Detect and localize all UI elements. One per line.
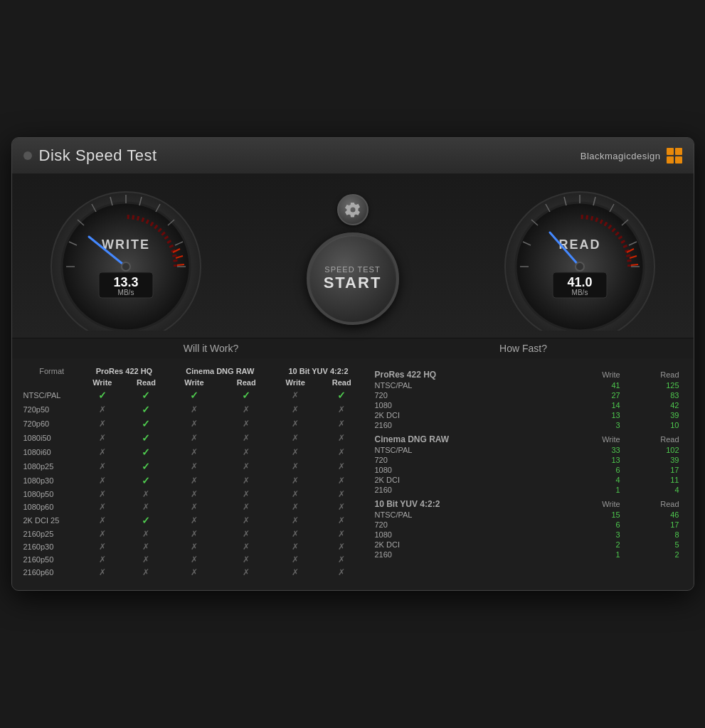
write-gauge: WRITE 13.3 MB/s [41, 188, 211, 331]
logo-sq-1 [667, 148, 674, 155]
val-cell: ✗ [272, 528, 319, 540]
data-section: Format ProRes 422 HQ Cinema DNG RAW 10 B… [12, 358, 694, 590]
rt-read-cell: 102 [623, 445, 682, 455]
val-cell: ✗ [168, 553, 221, 566]
read-col-header: Read [623, 495, 682, 510]
logo-sq-3 [667, 156, 674, 164]
rt-write-cell: 33 [566, 445, 623, 455]
val-cell: ✗ [221, 417, 272, 431]
how-fast-label: How Fast? [382, 343, 665, 354]
val-cell: ✗ [80, 473, 124, 488]
logo-squares [667, 148, 682, 164]
cross-icon: ✗ [191, 476, 198, 486]
rt-write-cell: 15 [566, 510, 623, 520]
prores-header: ProRes 422 HQ [80, 365, 168, 377]
val-cell: ✗ [221, 540, 272, 553]
table-row: 2160p30✗✗✗✗✗✗ [23, 540, 365, 553]
section-header-row: ProRes 422 HQ Write Read [372, 365, 682, 380]
val-cell: ✗ [221, 513, 272, 528]
cross-icon: ✗ [243, 461, 250, 471]
cross-icon: ✗ [338, 555, 345, 564]
svg-text:MB/s: MB/s [117, 289, 134, 296]
val-cell: ✗ [272, 540, 319, 553]
cross-icon: ✗ [191, 567, 198, 577]
cross-icon: ✗ [243, 555, 250, 564]
cross-icon: ✗ [292, 555, 299, 564]
cross-icon: ✗ [243, 567, 250, 577]
rt-write-cell: 2 [566, 540, 623, 550]
val-cell: ✗ [272, 445, 319, 459]
cross-icon: ✗ [142, 567, 149, 577]
right-table-row: 720 27 83 [372, 390, 682, 400]
val-cell: ✓ [221, 388, 272, 402]
section-header-row: 10 Bit YUV 4:2:2 Write Read [372, 495, 682, 510]
rt-read-cell: 5 [623, 540, 682, 550]
val-cell: ✗ [272, 388, 319, 402]
format-cell: 1080p60 [23, 500, 80, 513]
logo-area: Blackmagicdesign [581, 148, 682, 164]
table-row: 1080p50✗✗✗✗✗✗ [23, 488, 365, 500]
cross-icon: ✗ [191, 502, 198, 512]
dng-header: Cinema DNG RAW [168, 365, 272, 377]
check-icon: ✓ [142, 404, 150, 415]
svg-line-21 [177, 264, 184, 265]
svg-point-26 [576, 262, 584, 271]
val-cell: ✓ [168, 388, 221, 402]
table-row: 2160p60✗✗✗✗✗✗ [23, 566, 365, 579]
val-cell: ✗ [221, 402, 272, 417]
right-table-row: 2160 1 4 [372, 485, 682, 495]
val-cell: ✗ [221, 566, 272, 579]
cross-icon: ✗ [191, 461, 198, 471]
cross-icon: ✗ [338, 461, 345, 471]
rt-format-cell: 2K DCI [372, 540, 566, 550]
rt-format-cell: 720 [372, 390, 566, 400]
val-cell: ✗ [272, 431, 319, 445]
cross-icon: ✗ [338, 447, 345, 457]
check-icon: ✓ [98, 390, 107, 401]
app-window: Disk Speed Test Blackmagicdesign [11, 137, 694, 591]
write-col-header: Write [566, 430, 623, 445]
will-it-work-label: Will it Work? [41, 343, 382, 354]
val-cell: ✗ [272, 500, 319, 513]
format-col-header: Format [23, 365, 80, 377]
val-cell: ✗ [168, 540, 221, 553]
val-cell: ✗ [80, 566, 124, 579]
section-header-label: Cinema DNG RAW [372, 430, 566, 445]
right-table-row: 2K DCI 4 11 [372, 475, 682, 485]
start-button[interactable]: SPEED TEST START [307, 232, 399, 325]
check-icon: ✓ [142, 461, 150, 472]
format-cell: 1080i50 [23, 431, 80, 445]
format-cell: 2160p25 [23, 528, 80, 540]
rt-read-cell: 4 [623, 485, 682, 495]
val-cell: ✗ [124, 488, 168, 500]
write-col-header: Write [566, 495, 623, 510]
rt-write-cell: 6 [566, 520, 623, 530]
right-table-row: NTSC/PAL 41 125 [372, 380, 682, 390]
right-table-row: NTSC/PAL 15 46 [372, 510, 682, 520]
table-row: 2160p50✗✗✗✗✗✗ [23, 553, 365, 566]
right-table-row: 2160 3 10 [372, 420, 682, 430]
yuv-write-sub: Write [272, 377, 319, 388]
rt-read-cell: 39 [623, 410, 682, 420]
val-cell: ✗ [272, 402, 319, 417]
cross-icon: ✗ [99, 489, 106, 499]
table-row: NTSC/PAL✓✓✓✓✗✓ [23, 388, 365, 402]
val-cell: ✗ [168, 473, 221, 488]
val-cell: ✓ [124, 513, 168, 528]
cross-icon: ✗ [142, 542, 149, 552]
rt-format-cell: 2160 [372, 550, 566, 560]
close-button[interactable] [23, 151, 32, 160]
cross-icon: ✗ [292, 489, 299, 499]
cross-icon: ✗ [292, 515, 299, 525]
format-sub [23, 377, 80, 388]
yuv-read-sub: Read [319, 377, 365, 388]
write-col-header: Write [566, 365, 623, 380]
val-cell: ✗ [80, 540, 124, 553]
val-cell: ✗ [319, 402, 365, 417]
rt-format-cell: 720 [372, 455, 566, 465]
settings-button[interactable] [337, 194, 369, 225]
cross-icon: ✗ [99, 461, 106, 471]
val-cell: ✗ [168, 431, 221, 445]
val-cell: ✗ [272, 553, 319, 566]
rt-write-cell: 1 [566, 485, 623, 495]
